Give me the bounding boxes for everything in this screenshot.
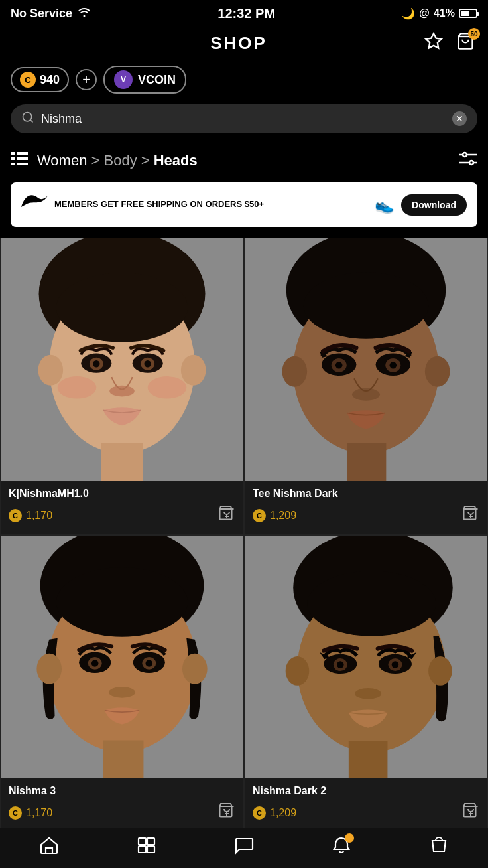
favorites-button[interactable]	[424, 32, 443, 55]
svg-point-65	[109, 687, 135, 698]
filter-button[interactable]	[459, 149, 477, 172]
ad-banner: MEMBERS GET FREE SHIPPING ON ORDERS $50+…	[11, 182, 477, 227]
svg-point-72	[307, 571, 436, 636]
wifi-icon	[78, 7, 91, 21]
ad-shoe-icon: 👟	[375, 196, 395, 214]
currency-bar: C 940 + V VCOIN	[0, 66, 488, 104]
add-coins-button[interactable]: +	[76, 69, 97, 90]
page-title: SHOP	[210, 33, 267, 54]
product-price-row-2: C 1,209	[253, 505, 479, 526]
add-to-cart-button-4[interactable]	[462, 802, 479, 824]
svg-point-22	[181, 355, 206, 386]
svg-rect-88	[139, 846, 146, 853]
svg-point-63	[91, 660, 98, 666]
search-icon	[21, 111, 34, 127]
product-image-2	[245, 238, 487, 481]
vcoin-label: VCOIN	[138, 73, 176, 87]
bottom-nav	[0, 828, 488, 868]
nav-catalog-button[interactable]	[137, 836, 156, 855]
nav-notifications-button[interactable]	[332, 836, 351, 855]
ad-text: MEMBERS GET FREE SHIPPING ON ORDERS $50+	[54, 199, 368, 210]
search-input[interactable]	[41, 112, 446, 126]
svg-rect-56	[103, 740, 144, 778]
search-bar: ✕	[11, 104, 477, 133]
price-coin-icon-3: C	[9, 806, 22, 820]
list-view-button[interactable]	[11, 152, 28, 169]
svg-point-41	[425, 356, 450, 387]
product-image-1	[1, 238, 243, 481]
product-image-4	[245, 536, 487, 778]
ad-logo-icon	[21, 192, 48, 218]
svg-point-40	[282, 356, 307, 387]
product-info-1: K|NishmaMH1.0 C 1,170	[1, 481, 243, 534]
product-info-3: Nishma 3 C 1,170	[1, 778, 243, 832]
breadcrumb-women[interactable]: Women	[37, 152, 87, 169]
svg-rect-7	[17, 157, 28, 160]
product-name-3: Nishma 3	[9, 785, 235, 797]
product-card-1[interactable]: K|NishmaMH1.0 C 1,170	[0, 238, 244, 535]
product-card-3[interactable]: Nishma 3 C 1,170	[0, 535, 244, 832]
breadcrumb-body[interactable]: Body	[103, 152, 137, 169]
product-price-3: C 1,170	[9, 806, 52, 820]
svg-point-57	[36, 654, 62, 684]
nav-chat-button[interactable]	[234, 836, 254, 855]
svg-point-74	[286, 656, 310, 686]
search-clear-button[interactable]: ✕	[452, 111, 467, 126]
add-to-cart-button-3[interactable]	[218, 802, 235, 824]
nav-home-button[interactable]	[39, 836, 59, 855]
coin-symbol: C	[20, 72, 36, 88]
svg-rect-89	[147, 846, 154, 853]
add-to-cart-button-1[interactable]	[218, 505, 235, 526]
moon-icon: 🌙	[402, 7, 415, 20]
location-icon: @	[419, 7, 430, 19]
nav-bag-button[interactable]	[429, 836, 449, 855]
product-grid: K|NishmaMH1.0 C 1,170	[0, 238, 488, 832]
battery-icon	[459, 9, 477, 18]
product-image-3	[1, 536, 243, 778]
svg-rect-87	[147, 838, 154, 845]
svg-point-21	[38, 355, 63, 386]
svg-point-75	[428, 656, 452, 686]
svg-point-29	[109, 386, 135, 397]
svg-point-28	[144, 360, 151, 367]
header: SHOP 50	[0, 27, 488, 66]
breadcrumb-sep1: >	[87, 152, 103, 169]
price-amount-1: 1,170	[26, 510, 52, 522]
breadcrumb-heads[interactable]: Heads	[154, 152, 198, 169]
cart-button[interactable]: 50	[456, 32, 475, 55]
ad-download-button[interactable]: Download	[401, 194, 467, 216]
svg-point-80	[337, 661, 343, 668]
search-container: ✕	[0, 104, 488, 144]
price-coin-icon-1: C	[9, 509, 22, 522]
svg-point-38	[304, 272, 428, 338]
product-card-2[interactable]: Tee Nishma Dark C 1,209	[244, 238, 488, 535]
product-price-4: C 1,209	[253, 806, 296, 820]
breadcrumb-left: Women > Body > Heads	[11, 152, 198, 169]
product-card-4[interactable]: Nishma Dark 2 C 1,209	[244, 535, 488, 832]
svg-point-64	[146, 660, 152, 666]
svg-rect-39	[347, 443, 387, 481]
svg-point-10	[463, 153, 467, 157]
product-price-1: C 1,170	[9, 509, 52, 522]
add-to-cart-button-2[interactable]	[462, 505, 479, 526]
breadcrumb-row: Women > Body > Heads	[0, 144, 488, 182]
notification-badge	[345, 833, 354, 843]
svg-rect-6	[11, 157, 15, 160]
status-left: No Service	[11, 7, 91, 21]
product-name-4: Nishma Dark 2	[253, 785, 479, 797]
svg-rect-8	[11, 163, 15, 165]
time-display: 12:32 PM	[217, 6, 275, 21]
svg-point-2	[23, 113, 32, 121]
coin-balance: C 940	[11, 67, 69, 92]
svg-marker-0	[426, 33, 441, 48]
product-info-2: Tee Nishma Dark C 1,209	[245, 481, 487, 534]
product-name-2: Tee Nishma Dark	[253, 488, 479, 500]
cart-badge: 50	[468, 28, 480, 40]
svg-point-19	[56, 273, 188, 342]
vcoin-symbol: V	[114, 70, 133, 89]
svg-point-82	[355, 688, 381, 699]
svg-line-3	[30, 120, 33, 123]
header-actions: 50	[424, 32, 475, 55]
svg-point-81	[392, 661, 398, 668]
battery-percent: 41%	[434, 7, 455, 19]
